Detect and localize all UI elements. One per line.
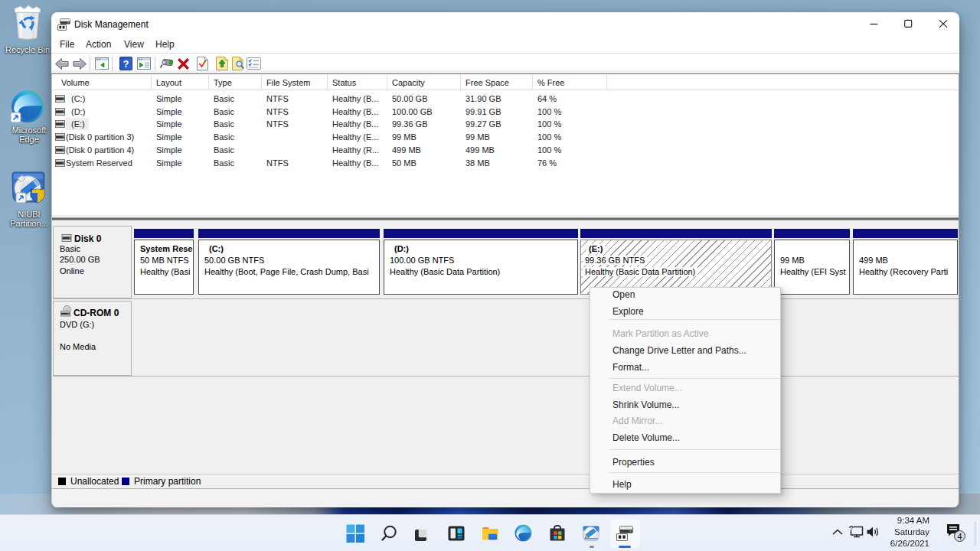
svg-text:4: 4 [957, 532, 962, 541]
svg-text:?: ? [123, 58, 129, 70]
